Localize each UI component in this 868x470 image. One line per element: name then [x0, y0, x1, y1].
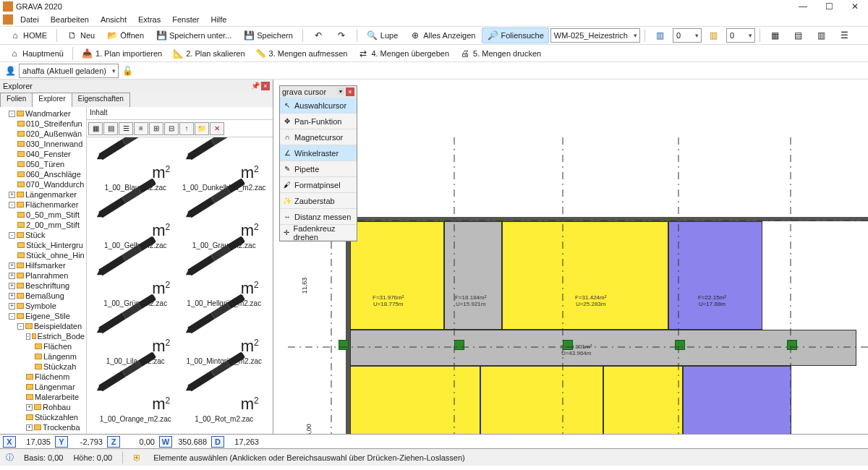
tree-item[interactable]: 040_Fenster [1, 149, 85, 159]
tree-item[interactable]: Längenm [1, 351, 85, 362]
tab-folien[interactable]: Folien [0, 93, 33, 107]
tree-item[interactable]: -Flächenmarker [1, 200, 85, 210]
marker-item[interactable]: m21_00_Orange_m2.zac [93, 375, 179, 428]
sort-asc-icon[interactable]: ↑ [179, 122, 194, 135]
tree-item[interactable]: Stück_ohne_Hin [1, 250, 85, 260]
expander-icon[interactable]: + [26, 424, 33, 431]
step4-button[interactable]: ⇄4. Mengen übergeben [353, 46, 454, 61]
pin-icon[interactable]: 📌 [251, 82, 260, 90]
expander-icon[interactable]: - [26, 333, 30, 340]
expander-icon[interactable]: - [9, 202, 15, 208]
step3-button[interactable]: 📏3. Mengen aufmessen [251, 46, 352, 61]
tree-item[interactable]: +Hilfsmarker [1, 260, 85, 270]
tree-item[interactable]: 030_Innenwand [1, 139, 85, 149]
menu-fenster[interactable]: Fenster [168, 14, 203, 25]
expander-icon[interactable]: + [9, 273, 15, 279]
save-as-button[interactable]: 💾Speichern unter... [150, 27, 237, 43]
toolbox-item[interactable]: ↖Auswahlcursor [280, 98, 357, 114]
tree-item[interactable]: -Eigene_Stile [1, 311, 85, 321]
view3-button[interactable]: ▥ [811, 27, 833, 43]
expander-icon[interactable]: + [9, 293, 15, 299]
new-button[interactable]: 🗋Neu [61, 27, 100, 43]
marker-item[interactable]: m21_00_Rot_m2.zac [182, 375, 268, 428]
tree-item[interactable]: 2_00_mm_Stift [1, 220, 85, 230]
room-area[interactable]: F=27.525m² U=22.102m [480, 366, 603, 434]
tree-item[interactable]: 0_50_mm_Stift [1, 210, 85, 220]
tree-item[interactable]: +Bemaßung [1, 291, 85, 301]
chevron-down-icon[interactable]: ▾ [337, 87, 344, 95]
view2-button[interactable]: ▤ [788, 27, 809, 43]
new-folder-icon[interactable]: 📁 [195, 122, 209, 135]
tree-item[interactable]: +Längenmarker [1, 189, 85, 200]
expander-icon[interactable]: + [9, 192, 15, 198]
expander-icon[interactable]: - [17, 323, 24, 330]
step2-button[interactable]: 📐2. Plan skalieren [168, 46, 249, 61]
expander-icon[interactable]: - [9, 313, 15, 320]
layer-dropdown[interactable]: WM-025_Heizestrich [550, 28, 640, 43]
view-list-icon[interactable]: ☰ [119, 122, 133, 135]
tree-item[interactable]: Längenmar [1, 382, 85, 392]
view-grid-icon[interactable]: ⊟ [164, 122, 179, 135]
tree-item[interactable]: +Symbole [1, 301, 85, 311]
flag1-button[interactable]: ▥ [650, 27, 671, 43]
toolbox-item[interactable]: ∩Magnetcursor [280, 129, 357, 145]
expander-icon[interactable]: + [26, 404, 33, 411]
tree-item[interactable]: +Planrahmen [1, 270, 85, 281]
zoom-button[interactable]: 🔍Lupe [362, 27, 403, 43]
room-area[interactable]: F=28.223m² U=22.818m [350, 366, 480, 434]
room-area[interactable]: F=31.424m² U=25.283m [502, 221, 668, 330]
num1-dropdown[interactable]: 0 [673, 28, 702, 43]
close-icon[interactable]: × [346, 87, 354, 96]
flag2-button[interactable]: ▥ [703, 27, 725, 43]
step1-button[interactable]: 📥1. Plan importieren [77, 46, 166, 61]
tree-item[interactable]: Malerarbeite [1, 392, 85, 402]
tree-item[interactable]: 020_Außenwän [1, 129, 85, 139]
loaded-dropdown[interactable]: ahaffa (Aktuell geladen) [19, 64, 119, 78]
tree-item[interactable]: 070_Wanddurch [1, 179, 85, 189]
tree-item[interactable]: 060_Anschläge [1, 169, 85, 179]
corridor-area[interactable]: F=40.001m² U=43.964m [350, 330, 856, 366]
tab-eigenschaften[interactable]: Eigenschaften [72, 93, 130, 107]
num2-dropdown[interactable]: 0 [726, 28, 755, 43]
toolbox-title[interactable]: grava cursor ▾ × [280, 86, 357, 98]
tree-item[interactable]: 050_Türen [1, 159, 85, 169]
menu-hilfe[interactable]: Hilfe [206, 14, 231, 25]
lock-icon[interactable]: 🔓 [122, 65, 133, 77]
tree-item[interactable]: -Estrich_Bode [1, 331, 85, 341]
tree-item[interactable]: -Stück [1, 230, 85, 240]
open-button[interactable]: 📂Öffnen [101, 27, 149, 43]
tree-item[interactable]: -Wandmarker [1, 108, 85, 119]
toolbox-item[interactable]: ✥Pan-Funktion [280, 114, 357, 129]
maximize-button[interactable]: ☐ [819, 1, 839, 12]
save-button[interactable]: 💾Speichern [238, 27, 298, 43]
toolbox-item[interactable]: ✛Fadenkreuz drehen [280, 225, 357, 241]
tree-item[interactable]: Flächenm [1, 372, 85, 382]
tree-item[interactable]: +Beschriftung [1, 281, 85, 291]
view-small-icon[interactable]: ▤ [103, 122, 118, 135]
room-area[interactable]: F=18.184m² U=15.921m [444, 221, 502, 330]
plan-canvas[interactable]: grava cursor ▾ × ↖Auswahlcursor✥Pan-Funk… [273, 80, 868, 434]
delete-icon[interactable]: ✕ [210, 122, 224, 135]
view-tiles-icon[interactable]: ⊞ [149, 122, 163, 135]
layer-search-button[interactable]: 🔎Foliensuche [482, 27, 548, 43]
tree-item[interactable]: Stückzah [1, 362, 85, 372]
view-detail-icon[interactable]: ≡ [134, 122, 148, 135]
tree-item[interactable]: +Kopiervorlagen [1, 432, 85, 434]
view-large-icon[interactable]: ▦ [88, 122, 103, 135]
menu-datei[interactable]: Datei [16, 14, 43, 25]
undo-button[interactable]: ↶ [307, 27, 329, 43]
room-area[interactable]: F=13.08m² U=15.2m [683, 366, 791, 434]
minimize-button[interactable]: — [793, 1, 813, 12]
hauptmenu-button[interactable]: ⌂Hauptmenü [4, 46, 68, 61]
tree-item[interactable]: +Rohbau [1, 402, 85, 412]
tree-item[interactable]: 010_Streifenfun [1, 119, 85, 129]
home-button[interactable]: ⌂HOME [4, 27, 52, 43]
close-button[interactable]: ✕ [845, 1, 865, 12]
menu-extras[interactable]: Extras [134, 14, 165, 25]
expander-icon[interactable]: - [9, 111, 15, 117]
show-all-button[interactable]: ⊕Alles Anzeigen [404, 27, 480, 43]
expander-icon[interactable]: - [9, 232, 15, 239]
step5-button[interactable]: 🖨5. Mengen drucken [455, 46, 545, 61]
tree-item[interactable]: Stückzahlen [1, 412, 85, 422]
view4-button[interactable]: ☰ [834, 27, 856, 43]
